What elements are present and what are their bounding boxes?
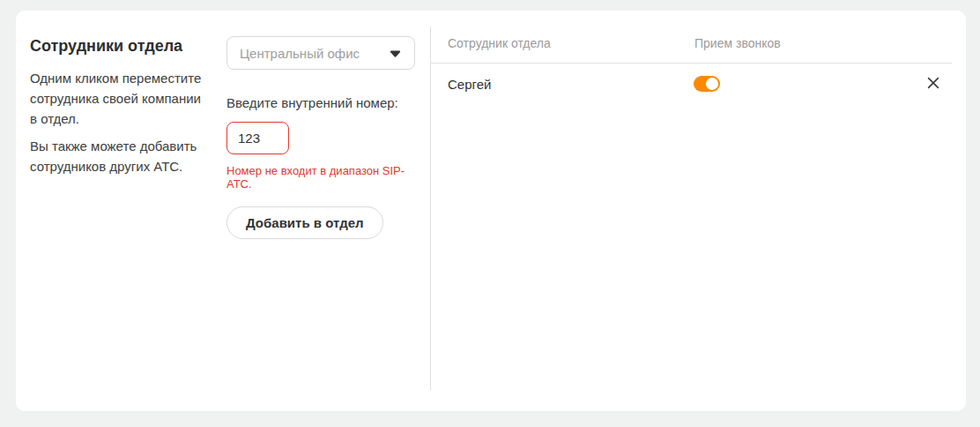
- remove-employee-button[interactable]: [925, 76, 941, 92]
- page-title: Сотрудники отдела: [30, 35, 219, 56]
- office-select[interactable]: Центральный офис: [226, 36, 415, 70]
- table-header-row: Сотрудник отдела Прием звонков: [448, 36, 952, 51]
- vertical-divider: [430, 26, 431, 390]
- receive-calls-toggle[interactable]: [694, 76, 720, 92]
- employee-name: Сергей: [448, 77, 491, 92]
- close-icon: [926, 76, 940, 93]
- add-employee-form: Центральный офис Введите внутренний номе…: [226, 36, 415, 239]
- intro-line: Одним кликом переместите: [30, 68, 219, 88]
- office-select-placeholder: Центральный офис: [240, 46, 360, 61]
- department-card: Сотрудники отдела Одним кликом перемести…: [16, 11, 966, 411]
- intro-paragraph-2: Вы также можете добавить сотрудников дру…: [30, 136, 219, 176]
- column-header-receive-calls: Прием звонков: [694, 36, 781, 50]
- extension-error-message: Номер не входит в диапазон SIP-АТС.: [226, 164, 415, 191]
- intro-section: Сотрудники отдела Одним кликом перемести…: [30, 35, 219, 176]
- extension-number-input[interactable]: [226, 122, 289, 154]
- add-to-department-button[interactable]: Добавить в отдел: [226, 206, 383, 239]
- extension-number-label: Введите внутренний номер:: [226, 95, 415, 111]
- intro-line: сотрудника своей компании: [30, 88, 219, 109]
- intro-paragraph-1: Одним кликом переместите сотрудника свое…: [30, 68, 219, 129]
- table-row: Сергей: [448, 64, 952, 105]
- intro-line: в отдел.: [30, 109, 219, 129]
- chevron-down-icon: [390, 45, 401, 61]
- intro-line: сотрудников других АТС.: [30, 156, 219, 176]
- toggle-knob: [706, 78, 718, 90]
- column-header-employee: Сотрудник отдела: [448, 36, 551, 50]
- intro-line: Вы также можете добавить: [30, 136, 219, 156]
